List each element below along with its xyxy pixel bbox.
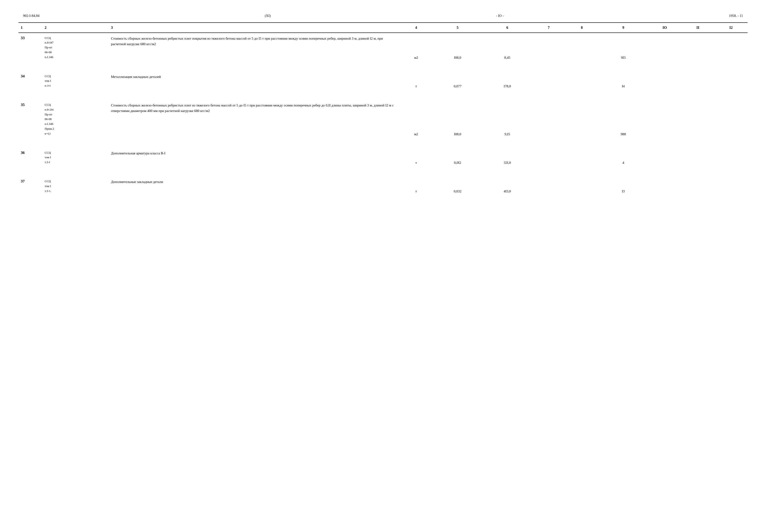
row-unit: т bbox=[400, 148, 433, 172]
row-col10 bbox=[648, 148, 681, 172]
row-price: 32I,0 bbox=[482, 148, 532, 172]
row-quantity: I08,0 bbox=[433, 100, 483, 143]
row-number: 36 bbox=[18, 148, 43, 172]
row-col8 bbox=[565, 100, 598, 143]
col-header-1: 1 bbox=[18, 23, 43, 33]
row-reference: ССЦ том I т.3-1. bbox=[43, 176, 110, 200]
row-col12 bbox=[714, 71, 748, 95]
row-quantity: I08,0 bbox=[433, 33, 483, 67]
year-info: 1958. - 11 bbox=[729, 14, 743, 18]
row-number: 35 bbox=[18, 100, 43, 143]
table-row: 35ССЦ п.8-2I4 Пр-нт 06-08 п.I.346 Прим.2… bbox=[18, 100, 748, 143]
table-row: 37ССЦ том I т.3-1.Дополнительные закладн… bbox=[18, 176, 748, 200]
row-quantity: 0,077 bbox=[433, 71, 483, 95]
col-header-5: 5 bbox=[433, 23, 483, 33]
row-col12 bbox=[714, 100, 748, 143]
row-description: Стоимость сборных железо-бетонных ребрис… bbox=[109, 100, 399, 143]
row-price: 9,I5 bbox=[482, 100, 532, 143]
col-header-8: 8 bbox=[565, 23, 598, 33]
row-description: Металлизация закладных деталей bbox=[109, 71, 399, 95]
row-number: 33 bbox=[18, 33, 43, 67]
col-header-6: 6 bbox=[482, 23, 532, 33]
column-header-row: 1 2 3 4 5 6 7 8 9 IO II I2 bbox=[18, 23, 748, 33]
row-col11 bbox=[681, 148, 714, 172]
row-col7 bbox=[532, 148, 565, 172]
col-header-9: 9 bbox=[598, 23, 648, 33]
row-unit: т bbox=[400, 176, 433, 200]
row-col9: 4 bbox=[598, 148, 648, 172]
row-reference: ССЦ том I п.3-I bbox=[43, 71, 110, 95]
main-table: 1 2 3 4 5 6 7 8 9 IO II I2 33ССЦ п.8-I47… bbox=[18, 22, 748, 200]
row-description: Дополнительные закладные детали bbox=[109, 176, 399, 200]
col-header-10: IO bbox=[648, 23, 681, 33]
page-marker: - IO - bbox=[496, 14, 504, 18]
col-header-4: 4 bbox=[400, 23, 433, 33]
row-col8 bbox=[565, 148, 598, 172]
table-row: 36ССЦ том I т.3-IДополнительная арматура… bbox=[18, 148, 748, 172]
section: (XI) bbox=[265, 14, 271, 18]
row-col10 bbox=[648, 71, 681, 95]
row-col11 bbox=[681, 100, 714, 143]
col-header-2: 2 bbox=[43, 23, 110, 33]
row-col9: I3 bbox=[598, 176, 648, 200]
col-header-7: 7 bbox=[532, 23, 565, 33]
table-row: 33ССЦ п.8-I47 Пр-нт 06-08 п.I.346Стоимос… bbox=[18, 33, 748, 67]
row-col11 bbox=[681, 176, 714, 200]
row-price: 4I3,0 bbox=[482, 176, 532, 200]
row-col8 bbox=[565, 176, 598, 200]
row-col7 bbox=[532, 71, 565, 95]
row-col10 bbox=[648, 100, 681, 143]
row-reference: ССЦ том I т.3-I bbox=[43, 148, 110, 172]
row-col10 bbox=[648, 176, 681, 200]
spacer-row bbox=[18, 95, 748, 100]
row-col9: I4 bbox=[598, 71, 648, 95]
row-col11 bbox=[681, 33, 714, 67]
row-col9: 988 bbox=[598, 100, 648, 143]
row-col8 bbox=[565, 71, 598, 95]
row-col12 bbox=[714, 148, 748, 172]
spacer-row bbox=[18, 143, 748, 148]
row-description: Дополнительная арматура класса В-I bbox=[109, 148, 399, 172]
row-reference: ССЦ п.8-I47 Пр-нт 06-08 п.I.346 bbox=[43, 33, 110, 67]
row-unit: м2 bbox=[400, 33, 433, 67]
row-col12 bbox=[714, 33, 748, 67]
row-col12 bbox=[714, 176, 748, 200]
row-col8 bbox=[565, 33, 598, 67]
row-price: 8,45 bbox=[482, 33, 532, 67]
page-header: 902-I-84.84 (XI) - IO - 1958. - 11 bbox=[18, 14, 748, 18]
col-header-12: I2 bbox=[714, 23, 748, 33]
row-number: 34 bbox=[18, 71, 43, 95]
row-col10 bbox=[648, 33, 681, 67]
doc-number: 902-I-84.84 bbox=[23, 14, 39, 18]
table-row: 34ССЦ том I п.3-IМеталлизация закладных … bbox=[18, 71, 748, 95]
col-header-11: II bbox=[681, 23, 714, 33]
spacer-row bbox=[18, 67, 748, 71]
row-unit: м2 bbox=[400, 100, 433, 143]
row-quantity: 0,0I2 bbox=[433, 148, 483, 172]
row-price: I78,0 bbox=[482, 71, 532, 95]
row-quantity: 0,032 bbox=[433, 176, 483, 200]
row-col11 bbox=[681, 71, 714, 95]
row-description: Стоимость сборных железо-бетонных ребрис… bbox=[109, 33, 399, 67]
row-col7 bbox=[532, 176, 565, 200]
row-reference: ССЦ п.8-2I4 Пр-нт 06-08 п.I.346 Прим.2 к… bbox=[43, 100, 110, 143]
row-unit: т bbox=[400, 71, 433, 95]
spacer-row bbox=[18, 172, 748, 176]
col-header-3: 3 bbox=[109, 23, 399, 33]
row-col9: 9I3 bbox=[598, 33, 648, 67]
row-col7 bbox=[532, 33, 565, 67]
row-col7 bbox=[532, 100, 565, 143]
row-number: 37 bbox=[18, 176, 43, 200]
